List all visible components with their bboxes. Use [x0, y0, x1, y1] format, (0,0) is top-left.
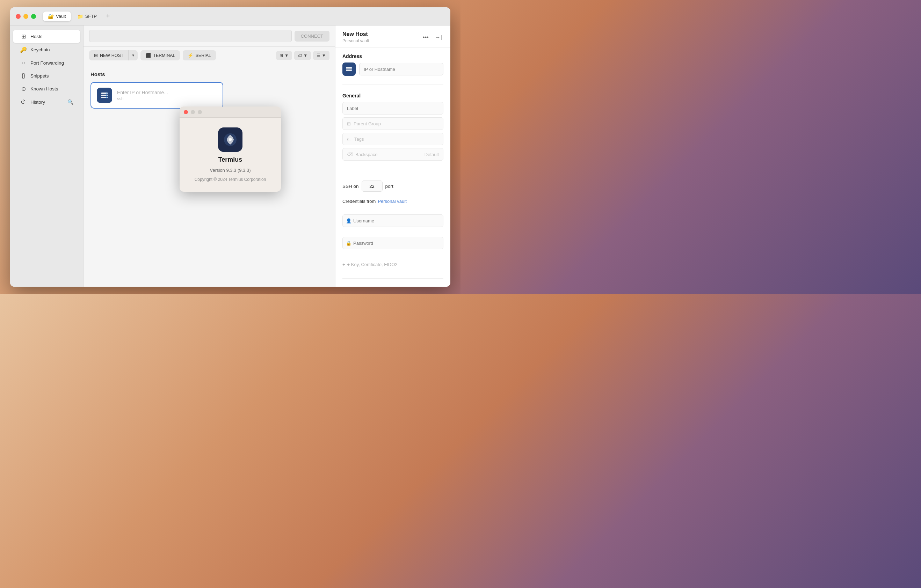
general-section: General ⊞ Parent Group 🏷 Tags ⌫ Backspac… — [342, 93, 443, 163]
tab-vault[interactable]: 🔐 Vault — [43, 11, 71, 21]
sidebar-item-keychain[interactable]: 🔑 Keychain — [13, 43, 80, 56]
tag-view-button[interactable]: 🏷 ▼ — [294, 51, 311, 60]
new-host-dropdown-button[interactable]: ▼ — [129, 51, 138, 60]
svg-point-5 — [106, 97, 107, 98]
dialog-title-bar — [180, 107, 281, 118]
backspace-row[interactable]: ⌫ Backspace Default — [342, 148, 443, 161]
connect-button[interactable]: CONNECT — [295, 31, 329, 42]
hosts-section-title: Hosts — [91, 71, 328, 77]
history-icon: ⏱ — [20, 99, 27, 105]
connect-input[interactable] — [89, 30, 292, 42]
history-left: ⏱ History — [20, 99, 45, 105]
maximize-button[interactable] — [31, 14, 36, 19]
parent-group-icon: ⊞ — [347, 121, 351, 127]
backspace-value: Default — [425, 152, 439, 157]
divider-3 — [342, 278, 443, 279]
known-hosts-icon: ⊙ — [20, 86, 27, 92]
host-card[interactable]: Enter IP or Hostname... ssh — [91, 82, 223, 109]
password-field-input[interactable] — [342, 237, 443, 249]
dialog-close-button[interactable] — [184, 110, 188, 114]
dialog-body: Termius Version 9.3.3 (9.3.3) Copyright … — [180, 118, 281, 192]
grid-view-button[interactable]: ⊞ ▼ — [276, 51, 292, 60]
center-panel: CONNECT ⊞ NEW HOST ▼ ⬛ TERMINAL ⚡ SER — [83, 26, 335, 287]
grid-dropdown-icon: ▼ — [285, 53, 289, 58]
minimize-button[interactable] — [23, 14, 28, 19]
sidebar-hosts-label: Hosts — [30, 34, 42, 39]
label-input[interactable] — [342, 102, 443, 115]
svg-point-13 — [351, 70, 351, 71]
columns-view-button[interactable]: ☰ ▼ — [313, 51, 329, 60]
traffic-lights — [16, 14, 36, 19]
sidebar-item-snippets[interactable]: {} Snippets — [13, 70, 80, 82]
tag-icon: 🏷 — [298, 53, 302, 58]
history-search-icon[interactable]: 🔍 — [67, 99, 73, 105]
credentials-row: Credentials from Personal vault — [342, 199, 443, 204]
right-panel: New Host Personal vault ••• →| Address — [335, 26, 451, 287]
host-card-text: Enter IP or Hostname... ssh — [117, 90, 168, 101]
grid-icon: ⊞ — [280, 53, 283, 58]
svg-point-3 — [106, 93, 107, 94]
vault-tab-icon: 🔐 — [48, 14, 54, 19]
sidebar-snippets-label: Snippets — [30, 73, 49, 78]
right-panel-title-group: New Host Personal vault — [342, 31, 369, 43]
username-field-input[interactable] — [342, 214, 443, 227]
ssh-row: SSH on port — [342, 180, 443, 192]
pin-button[interactable]: →| — [434, 33, 443, 42]
dialog-minimize-button — [191, 110, 195, 114]
address-host-icon — [342, 62, 356, 76]
ssh-section: SSH on port — [342, 180, 443, 192]
hosts-icon: ⊞ — [20, 33, 27, 40]
tags-row[interactable]: 🏷 Tags — [342, 133, 443, 145]
terminal-button[interactable]: ⬛ TERMINAL — [140, 50, 180, 60]
more-options-button[interactable]: ••• — [421, 33, 430, 42]
dialog-maximize-button — [198, 110, 202, 114]
right-panel-header: New Host Personal vault ••• →| — [335, 26, 451, 48]
password-field-icon: 🔒 — [346, 240, 351, 246]
right-panel-actions: ••• →| — [421, 33, 443, 42]
svg-point-4 — [106, 95, 107, 96]
sidebar-keychain-label: Keychain — [30, 47, 50, 52]
divider-2 — [342, 172, 443, 172]
close-button[interactable] — [16, 14, 21, 19]
parent-group-row[interactable]: ⊞ Parent Group — [342, 117, 443, 130]
svg-point-11 — [351, 67, 351, 68]
serial-label: SERIAL — [195, 53, 211, 58]
right-panel-body: Address — [335, 48, 451, 287]
tags-icon: 🏷 — [347, 136, 351, 142]
svg-point-7 — [229, 138, 232, 141]
app-logo — [218, 127, 242, 152]
tab-add-button[interactable]: + — [103, 11, 113, 21]
terminal-label: TERMINAL — [153, 53, 175, 58]
key-certificate-label: + Key, Certificate, FIDO2 — [347, 262, 398, 267]
key-plus-icon: + — [342, 262, 345, 267]
host-card-placeholder: Enter IP or Hostname... — [117, 90, 168, 95]
credentials-vault: Personal vault — [378, 199, 406, 204]
host-card-icon — [97, 88, 112, 103]
columns-icon: ☰ — [317, 53, 321, 58]
sidebar-item-history[interactable]: ⏱ History 🔍 — [13, 96, 80, 108]
ssh-port-input[interactable] — [361, 180, 382, 192]
address-input[interactable] — [359, 63, 443, 75]
new-host-button[interactable]: ⊞ NEW HOST — [89, 50, 129, 60]
serial-button[interactable]: ⚡ SERIAL — [183, 50, 216, 60]
right-panel-title: New Host — [342, 31, 369, 37]
keychain-icon: 🔑 — [20, 46, 27, 53]
sidebar-known-hosts-label: Known Hosts — [30, 86, 59, 91]
tab-sftp[interactable]: 📁 SFTP — [72, 11, 102, 21]
sidebar-item-hosts[interactable]: ⊞ Hosts — [13, 30, 80, 43]
sidebar-port-forwarding-label: Port Forwarding — [30, 60, 64, 66]
new-host-icon: ⊞ — [94, 53, 98, 58]
key-certificate-link[interactable]: + + Key, Certificate, FIDO2 — [342, 259, 443, 270]
ssh-on-label: SSH on — [342, 184, 359, 189]
svg-point-12 — [351, 69, 351, 70]
sidebar-item-known-hosts[interactable]: ⊙ Known Hosts — [13, 83, 80, 95]
ssh-port-suffix: port — [386, 184, 394, 189]
toolbar: ⊞ NEW HOST ▼ ⬛ TERMINAL ⚡ SERIAL ⊞ — [83, 47, 335, 64]
sidebar-item-port-forwarding[interactable]: ↔ Port Forwarding — [13, 57, 80, 69]
about-dialog: Termius Version 9.3.3 (9.3.3) Copyright … — [180, 107, 281, 192]
app-version: Version 9.3.3 (9.3.3) — [210, 167, 251, 173]
connect-bar: CONNECT — [83, 26, 335, 47]
sidebar-history-label: History — [30, 99, 45, 105]
parent-group-placeholder: Parent Group — [353, 121, 381, 127]
address-section-title: Address — [342, 54, 443, 59]
